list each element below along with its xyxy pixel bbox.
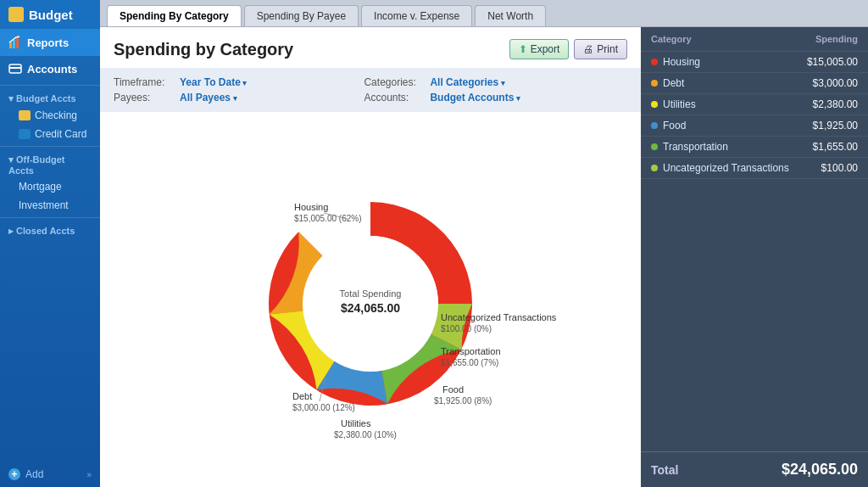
report-title: Spending by Category <box>114 40 293 59</box>
content-area: Spending by Category ⬆ Export 🖨 Print Ti… <box>100 27 868 487</box>
categories-value[interactable]: All Categories <box>430 76 504 88</box>
chart-area: Total Spending $24,065.00 Housing $15,00… <box>100 112 641 487</box>
chart-center-value: $24,065.00 <box>341 301 400 315</box>
filter-timeframe: Timeframe: Year To Date <box>114 76 353 88</box>
reports-icon <box>8 36 22 49</box>
svg-rect-0 <box>9 42 12 48</box>
divider-2 <box>0 146 100 147</box>
label-transportation: Transportation <box>441 346 501 356</box>
payees-label: Payees: <box>114 92 173 104</box>
divider-3 <box>0 217 100 218</box>
total-row: Total $24,065.00 <box>641 451 868 487</box>
budget-accts-section[interactable]: ▾ Budget Accts <box>0 88 100 106</box>
col-spending: Spending <box>815 34 858 44</box>
dot-food <box>651 122 658 129</box>
total-value: $24,065.00 <box>782 461 858 479</box>
main-area: Spending By Category Spending By Payee I… <box>100 0 868 487</box>
budget-icon <box>8 7 24 22</box>
accounts-icon <box>8 64 22 76</box>
dot-transportation <box>651 143 658 150</box>
tab-income-expense[interactable]: Income v. Expense <box>361 5 472 26</box>
report-actions: ⬆ Export 🖨 Print <box>509 39 627 59</box>
categories-label: Categories: <box>364 76 423 88</box>
table-row: Debt $3,000.00 <box>641 73 868 94</box>
table-row: Food $1,925.00 <box>641 115 868 137</box>
tab-net-worth[interactable]: Net Worth <box>475 5 546 26</box>
filter-payees: Payees: All Payees <box>114 92 353 104</box>
sidebar-item-mortgage[interactable]: Mortgage <box>0 177 100 196</box>
label-housing-value: $15,005.00 (62%) <box>294 214 362 223</box>
label-uncategorized: Uncategorized Transactions <box>441 312 557 322</box>
filters-panel: Timeframe: Year To Date Categories: All … <box>100 68 641 112</box>
accounts-label: Accounts: <box>364 92 423 104</box>
label-transportation-value: $1,655.00 (7%) <box>441 358 498 367</box>
label-uncategorized-value: $100.00 (0%) <box>441 324 492 333</box>
table-row: Transportation $1,655.00 <box>641 137 868 158</box>
table-row: Housing $15,005.00 <box>641 52 868 73</box>
expand-icon: ▾ <box>8 154 16 165</box>
export-icon: ⬆ <box>519 43 527 55</box>
checking-icon <box>19 110 31 120</box>
filter-categories: Categories: All Categories <box>364 76 627 88</box>
donut-chart: Total Spending $24,065.00 Housing $15,00… <box>192 164 548 435</box>
report-header: Spending by Category ⬆ Export 🖨 Print <box>100 27 641 68</box>
accounts-value[interactable]: Budget Accounts <box>430 92 520 104</box>
app-title[interactable]: Budget <box>0 0 100 29</box>
sidebar: Budget Reports Accounts ▾ Budget Accts C… <box>0 0 100 487</box>
label-debt-value: $3,000.00 (12%) <box>292 403 355 412</box>
dot-housing <box>651 59 658 65</box>
tab-spending-payee[interactable]: Spending By Payee <box>244 5 359 26</box>
label-utilities-value: $2,380.00 (10%) <box>334 430 397 439</box>
collapse-icon: ▾ <box>8 93 16 104</box>
table-row: Utilities $2,380.00 <box>641 94 868 115</box>
timeframe-value[interactable]: Year To Date <box>180 76 247 88</box>
label-food: Food <box>442 384 464 395</box>
print-icon: 🖨 <box>583 43 593 55</box>
dot-debt <box>651 80 658 87</box>
left-panel: Spending by Category ⬆ Export 🖨 Print Ti… <box>100 27 641 487</box>
svg-rect-2 <box>16 37 19 48</box>
reports-label: Reports <box>27 36 69 49</box>
right-panel: Category Spending Housing $15,005.00 Deb… <box>641 27 868 487</box>
export-button[interactable]: ⬆ Export <box>509 39 570 59</box>
tab-spending-category[interactable]: Spending By Category <box>107 5 242 26</box>
sidebar-item-checking[interactable]: Checking <box>0 106 100 125</box>
off-budget-section[interactable]: ▾ Off-Budget Accts <box>0 149 100 177</box>
dot-uncategorized <box>651 165 658 171</box>
divider-1 <box>0 85 100 86</box>
sidebar-item-reports[interactable]: Reports <box>0 29 100 56</box>
col-category: Category <box>651 34 692 44</box>
sidebar-item-credit-card[interactable]: Credit Card <box>0 125 100 143</box>
svg-rect-1 <box>13 40 15 48</box>
closed-accts-section[interactable]: ▸ Closed Accts <box>0 221 100 238</box>
chart-center-label: Total Spending <box>340 288 402 299</box>
timeframe-label: Timeframe: <box>114 76 173 88</box>
right-table-header: Category Spending <box>641 27 868 52</box>
dot-utilities <box>651 101 658 108</box>
accounts-label: Accounts <box>27 63 77 76</box>
label-housing: Housing <box>294 202 328 212</box>
print-button[interactable]: 🖨 Print <box>574 39 627 59</box>
sidebar-item-accounts[interactable]: Accounts <box>0 56 100 82</box>
filter-accounts: Accounts: Budget Accounts <box>364 92 627 104</box>
svg-rect-4 <box>9 67 21 69</box>
expand-closed-icon: ▸ <box>8 226 16 236</box>
label-food-value: $1,925.00 (8%) <box>434 396 492 406</box>
add-icon: + <box>8 468 20 480</box>
label-utilities: Utilities <box>341 418 371 428</box>
spacer <box>641 179 868 451</box>
add-arrow-icon: » <box>86 470 92 479</box>
payees-value[interactable]: All Payees <box>180 92 237 104</box>
credit-card-icon <box>19 129 31 139</box>
total-label: Total <box>651 463 678 477</box>
add-button[interactable]: + Add » <box>0 462 100 487</box>
report-tabs: Spending By Category Spending By Payee I… <box>100 0 868 27</box>
sidebar-item-investment[interactable]: Investment <box>0 196 100 215</box>
label-debt: Debt <box>292 391 312 401</box>
table-row: Uncategorized Transactions $100.00 <box>641 158 868 179</box>
